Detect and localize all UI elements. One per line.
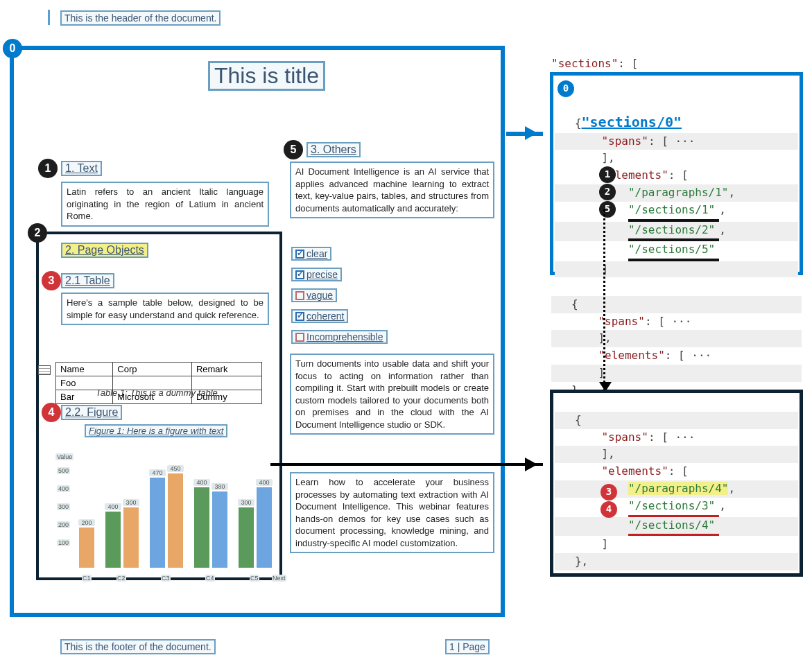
check-label: Incomprehensible: [306, 331, 383, 342]
bar-value: 400: [105, 503, 121, 510]
json-element: "/sections/4": [628, 519, 715, 532]
json-element: "/sections/2": [628, 223, 715, 236]
y-tick: 400: [57, 485, 70, 492]
y-label: Value: [55, 453, 74, 460]
json-element: "/paragraphs/1": [628, 186, 729, 199]
bar-value: 450: [167, 465, 184, 472]
doc-title: This is title: [208, 61, 325, 91]
dotted-arrow: [603, 209, 605, 397]
table-icon: [38, 365, 51, 375]
x-cat: C1: [82, 575, 92, 582]
para-2-1: Here's a sample table below, designed to…: [61, 293, 269, 325]
para-1: Latin refers to an ancient Italic langua…: [61, 182, 269, 227]
json-element: "/sections/5": [628, 243, 715, 256]
bar: [79, 528, 94, 568]
badge-2-doc: 2: [28, 223, 47, 243]
x-cat: C2: [116, 575, 126, 582]
checkbox-icon: [295, 270, 304, 279]
badge-1-json: 1: [599, 166, 616, 183]
json-section-0-pointer: "sections/0": [582, 114, 682, 130]
json-section-0-frame: 0 {"sections/0" "spans": [ ··· ], "eleme…: [550, 72, 803, 275]
checkbox-icon: [295, 312, 304, 321]
badge-0-json: 0: [558, 80, 574, 97]
bar: [150, 478, 165, 568]
json-element: "/paragraphs/4": [628, 482, 729, 495]
table-header: Name: [56, 363, 113, 376]
bar: [239, 507, 254, 568]
x-cat: C3: [161, 575, 171, 582]
check-label: coherent: [306, 311, 344, 322]
y-tick: 500: [57, 467, 70, 474]
badge-4-doc: 4: [42, 403, 61, 422]
bar-chart: Value 500 400 300 200 100 200 400 300 47…: [57, 453, 279, 582]
bar-value: 300: [123, 499, 139, 506]
figure-caption: Figure 1: Here is a figure with text: [85, 424, 227, 437]
header-indent-bar: [48, 10, 50, 25]
para-3-mid: Turn documents into usable data and shif…: [290, 354, 494, 435]
check-vague: vague: [291, 288, 337, 302]
check-clear: clear: [291, 247, 331, 261]
json-section-2-frame: { "spans": [ ··· ], "elements": [ "/para…: [550, 390, 803, 577]
badge-5-json: 5: [599, 201, 616, 218]
bar: [105, 512, 121, 568]
bar-value: 400: [256, 479, 273, 486]
json-key: "sections": [551, 57, 618, 70]
x-cat: C4: [205, 575, 215, 582]
bar-value: 300: [238, 499, 254, 506]
json-mid-section: { "spans": [ ··· ], "elements": [ ··· ] …: [550, 277, 803, 401]
para-3-end: Learn how to accelerate your business pr…: [290, 472, 494, 553]
check-label: clear: [306, 248, 327, 259]
x-extra: Next: [272, 575, 286, 582]
bar: [168, 473, 183, 568]
bar-value: 200: [78, 519, 95, 526]
badge-0-doc: 0: [3, 39, 22, 58]
checkbox-icon: [295, 291, 304, 300]
check-precise: precise: [291, 268, 342, 281]
bar-value: 400: [193, 479, 210, 486]
bar: [257, 487, 272, 568]
bar: [194, 487, 209, 568]
check-coherent: coherent: [291, 309, 348, 323]
badge-5-doc: 5: [284, 140, 303, 159]
heading-2-1-table: 2.1 Table: [61, 273, 114, 288]
y-tick: 200: [57, 521, 70, 528]
doc-footer: This is the footer of the document.: [60, 639, 216, 654]
json-root: "sections": [: [550, 54, 803, 74]
badge-4-json: 4: [601, 501, 617, 518]
table-header: Remark: [191, 363, 261, 376]
bar-value: 470: [149, 469, 166, 476]
y-tick: 100: [57, 539, 70, 546]
table-header: Corp: [113, 363, 192, 376]
checkbox-icon: [295, 333, 304, 342]
bar: [123, 507, 139, 568]
json-element: "/sections/1": [628, 203, 715, 216]
x-cat: C5: [250, 575, 259, 582]
badge-1-doc: 1: [38, 159, 58, 178]
heading-1-text: 1. Text: [61, 161, 102, 176]
check-incomprehensible: Incomprehensible: [291, 330, 388, 344]
arrow-section2-to-json-bot: [270, 463, 543, 466]
document-page-frame: 0 This is title 1 1. Text Latin refers t…: [10, 46, 505, 617]
badge-3-json: 3: [601, 484, 617, 500]
json-element: "/sections/3": [628, 499, 715, 512]
heading-3-others: 3. Others: [306, 142, 361, 157]
page-number: 1 | Page: [445, 639, 490, 654]
y-tick: 300: [57, 503, 70, 510]
para-3-intro: AI Document Intelligence is an AI servic…: [290, 162, 494, 218]
check-label: precise: [306, 269, 338, 280]
badge-3-doc: 3: [42, 271, 61, 290]
check-label: vague: [306, 290, 333, 301]
checkbox-icon: [295, 250, 304, 259]
heading-2-page-objects: 2. Page Objects: [61, 243, 148, 258]
doc-header: This is the header of the document.: [60, 10, 221, 26]
arrow-doc-to-json-top: [506, 132, 543, 136]
badge-2-json: 2: [599, 184, 616, 200]
heading-2-2-figure: 2.2. Figure: [61, 405, 122, 420]
bar: [212, 491, 227, 568]
table-caption: Table 1: This is a dummy table: [96, 387, 218, 398]
bar-value: 380: [211, 483, 228, 490]
